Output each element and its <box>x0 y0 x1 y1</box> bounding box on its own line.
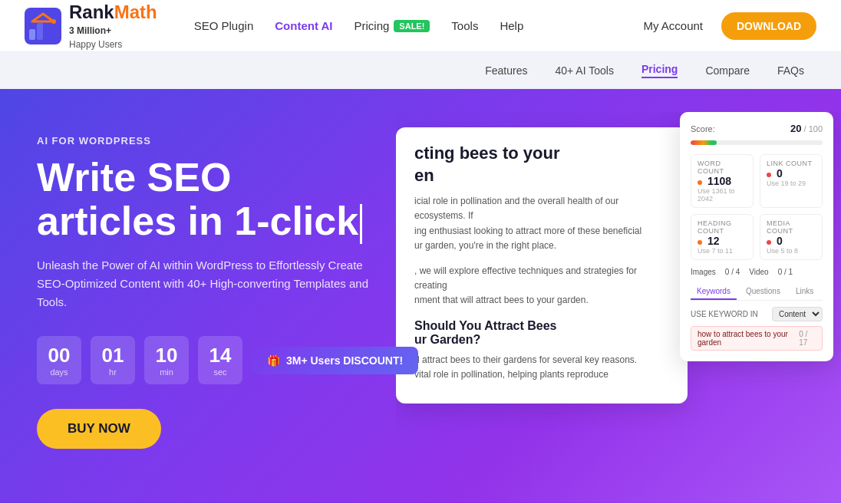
nav-my-account[interactable]: My Account <box>643 19 703 32</box>
subnav-features[interactable]: Features <box>485 64 527 77</box>
sub-navigation: Features 40+ AI Tools Pricing Compare FA… <box>0 52 841 89</box>
svg-point-5 <box>51 19 56 24</box>
article-preview-body3: d attract bees to their gardens for seve… <box>414 353 669 367</box>
keyword-count: 0 / 17 <box>799 330 816 347</box>
images-value: 0 / 4 <box>725 268 740 276</box>
discount-icon: 🎁 <box>267 354 280 367</box>
svg-rect-2 <box>37 23 43 40</box>
top-navigation: RankMath 3 Million+ Happy Users SEO Plug… <box>0 0 841 52</box>
seo-stats-grid: WORD COUNT 1108 Use 1361 to 2042 LINK CO… <box>691 154 823 260</box>
stat-dot-heading <box>698 240 702 245</box>
article-preview-body4: vital role in pollination, helping plant… <box>414 367 669 382</box>
nav-pricing[interactable]: Pricing <box>355 19 390 32</box>
logo[interactable]: RankMath 3 Million+ Happy Users <box>25 2 157 51</box>
seo-tab-links[interactable]: Links <box>790 284 820 300</box>
nav-seo-plugin[interactable]: SEO Plugin <box>194 19 254 32</box>
logo-users-count: 3 Million+ Happy Users <box>69 23 157 51</box>
seo-tabs: Keywords Questions Links <box>691 284 823 301</box>
video-label: Video <box>749 268 768 276</box>
nav-right: My Account DOWNLOAD <box>643 12 816 40</box>
article-preview-title: cting bees to your en <box>414 143 669 186</box>
seo-stat-heading-count: HEADING COUNT 12 Use 7 to 11 <box>691 214 754 260</box>
seo-tab-questions[interactable]: Questions <box>740 284 787 300</box>
seo-stat-link-count: LINK COUNT 0 Use 19 to 29 <box>760 154 823 208</box>
seo-stat-word-count: WORD COUNT 1108 Use 1361 to 2042 <box>691 154 754 208</box>
countdown-seconds: 14 sec <box>198 336 242 384</box>
cursor-bar <box>360 204 362 244</box>
hero-badge: AI FOR WordPress <box>37 135 405 147</box>
countdown-timer: 00 days 01 hr 10 min 14 sec 🎁 3M+ Users … <box>37 336 405 384</box>
subnav-compare[interactable]: Compare <box>705 64 750 77</box>
stat-dot-link <box>767 173 771 177</box>
download-button[interactable]: DOWNLOAD <box>721 12 816 40</box>
seo-score-value: 20 <box>790 123 801 134</box>
seo-stat-media-count: MEDIA COUNT 0 Use 5 to 8 <box>760 214 823 260</box>
sale-badge: SALE! <box>394 20 430 32</box>
buy-now-button[interactable]: BUY NOW <box>37 409 161 449</box>
use-keyword-select[interactable]: Content <box>772 307 823 321</box>
keyword-text: how to attract bees to your garden <box>698 330 799 347</box>
subnav-ai-tools[interactable]: 40+ AI Tools <box>556 64 614 77</box>
discount-button[interactable]: 🎁 3M+ Users DISCOUNT! <box>252 347 418 374</box>
seo-score-card: Score: 20 / 100 WORD COUNT 1108 Use 136 <box>680 112 833 361</box>
subnav-pricing[interactable]: Pricing <box>641 63 678 78</box>
stat-dot-media <box>767 240 771 245</box>
article-preview-section-title: Should You Attract Bees ur Garden? <box>414 319 669 347</box>
nav-content-ai[interactable]: Content AI <box>275 19 332 32</box>
keyword-pill[interactable]: how to attract bees to your garden 0 / 1… <box>691 326 823 351</box>
seo-score-max: / 100 <box>804 124 823 133</box>
countdown-hours: 01 hr <box>91 336 135 384</box>
article-preview-body2: , we will explore effective techniques a… <box>414 264 669 308</box>
video-value: 0 / 1 <box>778 268 793 276</box>
countdown-days: 00 days <box>37 336 81 384</box>
article-preview-card: cting bees to your en icial role in poll… <box>396 127 688 404</box>
logo-brand-name: RankMath <box>69 2 157 23</box>
hero-left: AI FOR WordPress Write SEO articles in 1… <box>37 135 405 449</box>
subnav-faqs[interactable]: FAQs <box>777 64 804 77</box>
images-label: Images <box>691 268 716 276</box>
hero-section: AI FOR WordPress Write SEO articles in 1… <box>0 89 841 503</box>
nav-pricing-wrap[interactable]: Pricing SALE! <box>355 19 430 32</box>
hero-title: Write SEO articles in 1-click <box>37 156 405 244</box>
svg-rect-1 <box>29 29 35 40</box>
seo-tab-keywords[interactable]: Keywords <box>691 284 737 300</box>
use-keyword-row: USE KEYWORD IN Content <box>691 307 823 321</box>
stat-dot-word <box>698 180 702 185</box>
seo-score-bar <box>691 140 823 145</box>
article-preview-body1: icial role in pollination and the overal… <box>414 194 669 253</box>
seo-score-bar-fill <box>691 140 717 145</box>
rankmath-logo-icon <box>25 8 61 44</box>
use-keyword-label: USE KEYWORD IN <box>691 310 758 318</box>
hero-preview: cting bees to your en icial role in poll… <box>396 112 841 503</box>
nav-help[interactable]: Help <box>500 19 523 32</box>
nav-links: SEO Plugin Content AI Pricing SALE! Tool… <box>194 19 644 32</box>
countdown-minutes: 10 min <box>144 336 189 384</box>
hero-description: Unleash the Power of AI within WordPress… <box>37 256 374 311</box>
seo-score-label: Score: <box>691 124 715 133</box>
nav-tools[interactable]: Tools <box>451 19 478 32</box>
